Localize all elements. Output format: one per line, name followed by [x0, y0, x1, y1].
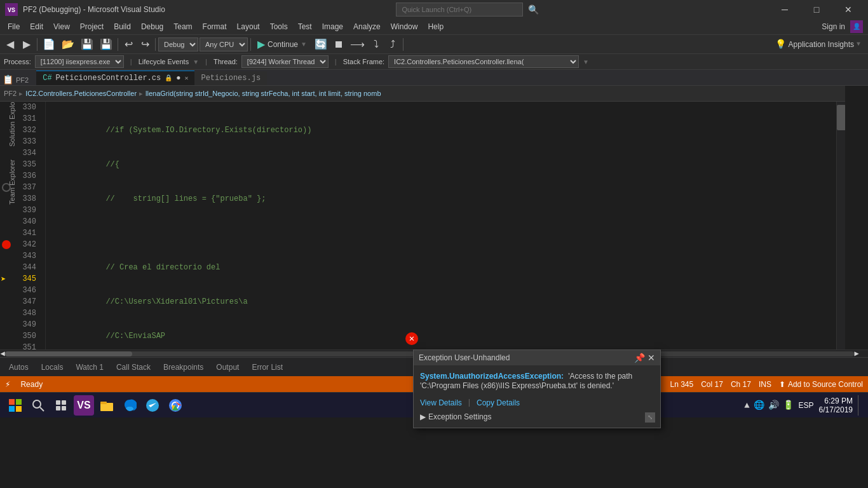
- new-project-button[interactable]: 📄: [40, 37, 58, 52]
- application-insights-label: Application Insights: [789, 40, 854, 49]
- open-button[interactable]: 📂: [59, 37, 77, 52]
- menu-test[interactable]: Test: [293, 21, 317, 32]
- code-content[interactable]: //if (System.IO.Directory.Exists(directo…: [46, 102, 836, 349]
- exception-popup: Exception User-Unhandled 📌 ✕ System.Unau…: [413, 349, 661, 428]
- code-line-333: [51, 227, 836, 239]
- telegram-icon[interactable]: [142, 395, 163, 416]
- menu-image[interactable]: Image: [317, 21, 348, 32]
- app-title: PF2 (Debugging) - Microsoft Visual Studi…: [23, 5, 165, 14]
- language-indicator: ESP: [799, 401, 814, 410]
- nav-arrow1: ▸: [19, 90, 23, 98]
- maximize-button[interactable]: □: [802, 0, 831, 19]
- tab-output[interactable]: Output: [210, 360, 245, 374]
- process-dropdown[interactable]: [11200] iisexpress.exe: [35, 55, 124, 68]
- svg-text:VS: VS: [8, 7, 15, 14]
- scroll-left-btn[interactable]: ◀: [0, 351, 5, 356]
- tray-icon-1[interactable]: ▲: [744, 400, 749, 410]
- task-view-button[interactable]: [51, 395, 71, 416]
- exception-settings[interactable]: ▶ Exception Settings: [420, 412, 654, 421]
- minimize-button[interactable]: ─: [770, 0, 799, 19]
- platform-dropdown[interactable]: Any CPU: [200, 37, 248, 51]
- menu-edit[interactable]: Edit: [25, 21, 48, 32]
- file-explorer-icon[interactable]: [97, 395, 117, 416]
- volume-icon[interactable]: 🔊: [768, 400, 779, 410]
- tab-errorlist[interactable]: Error List: [245, 360, 289, 374]
- vertical-scrollbar[interactable]: [836, 102, 845, 349]
- edge-icon[interactable]: [119, 395, 140, 416]
- svg-rect-11: [62, 406, 66, 410]
- code-nav: PF2 ▸ IC2.Controllers.PeticionesControll…: [0, 86, 845, 102]
- undo-button[interactable]: ↩: [121, 37, 136, 52]
- menu-file[interactable]: File: [3, 21, 25, 32]
- menu-team[interactable]: Team: [168, 21, 197, 32]
- resize-handle[interactable]: ⤡: [645, 412, 655, 423]
- debug-mode-dropdown[interactable]: Debug: [158, 37, 198, 51]
- account-icon[interactable]: 👤: [850, 20, 863, 33]
- gutter-line-346: [0, 285, 14, 296]
- thread-dropdown[interactable]: [9244] Worker Thread: [241, 55, 329, 68]
- forward-button[interactable]: ▶: [19, 37, 34, 52]
- process-bar: Process: [11200] iisexpress.exe | Lifecy…: [0, 54, 868, 70]
- close-button[interactable]: ✕: [834, 0, 863, 19]
- tab-peticiones-controller[interactable]: C# PeticionesController.cs 🔒 ● ✕: [36, 71, 194, 85]
- save-all-button[interactable]: 💾: [97, 37, 115, 52]
- tab-watch1[interactable]: Watch 1: [69, 360, 110, 374]
- exception-links: View Details | Copy Details: [420, 398, 654, 407]
- step-out-button[interactable]: ⤴: [385, 37, 400, 52]
- team-explorer-tab[interactable]: Team Explorer: [7, 154, 17, 210]
- menu-view[interactable]: View: [48, 21, 75, 32]
- menu-help[interactable]: Help: [423, 21, 449, 32]
- menu-debug[interactable]: Debug: [136, 21, 168, 32]
- chrome-icon[interactable]: [165, 395, 186, 416]
- redo-button[interactable]: ↪: [137, 37, 153, 52]
- tab-callstack[interactable]: Call Stack: [110, 360, 157, 374]
- nav-arrow2: ▸: [139, 90, 143, 98]
- start-button[interactable]: [5, 395, 25, 416]
- pin-exception-button[interactable]: 📌: [634, 353, 645, 363]
- search-icon[interactable]: 🔍: [528, 4, 539, 15]
- gutter-line-341: [0, 227, 14, 239]
- sign-in-link[interactable]: Sign in: [817, 22, 850, 31]
- stack-frame-dropdown[interactable]: IC2.Controllers.PeticionesController.lle…: [388, 55, 579, 68]
- network-icon[interactable]: 🌐: [754, 400, 764, 410]
- scroll-right-btn[interactable]: ▶: [854, 351, 859, 356]
- menu-window[interactable]: Window: [386, 21, 423, 32]
- step-over-button[interactable]: ⟶: [348, 37, 367, 52]
- taskbar-search-button[interactable]: [28, 395, 48, 416]
- save-button[interactable]: 💾: [78, 37, 96, 52]
- git-icon[interactable]: ⚡: [5, 379, 10, 390]
- quick-launch-input[interactable]: [396, 3, 523, 17]
- restart-button[interactable]: 🔄: [312, 37, 330, 52]
- close-exception-button[interactable]: ✕: [648, 353, 655, 363]
- tab-close-controller[interactable]: ✕: [184, 74, 188, 82]
- battery-icon[interactable]: 🔋: [783, 400, 794, 410]
- tab-peticiones-js[interactable]: Peticiones.js: [194, 71, 267, 85]
- menu-layout[interactable]: Layout: [232, 21, 265, 32]
- menu-analyze[interactable]: Analyze: [348, 21, 386, 32]
- status-ins: INS: [759, 380, 771, 389]
- menu-format[interactable]: Format: [198, 21, 232, 32]
- back-button[interactable]: ◀: [3, 37, 18, 52]
- copy-details-link[interactable]: Copy Details: [477, 398, 520, 407]
- show-desktop-button[interactable]: [858, 395, 863, 416]
- step-into-button[interactable]: ⤵: [369, 37, 384, 52]
- menu-build[interactable]: Build: [109, 21, 136, 32]
- continue-button[interactable]: ▶ Continue ▼: [254, 37, 311, 51]
- stop-button[interactable]: ⏹: [331, 37, 346, 52]
- view-details-link[interactable]: View Details: [420, 398, 462, 407]
- svg-rect-3: [16, 399, 22, 405]
- menu-bar: File Edit View Project Build Debug Team …: [0, 19, 868, 35]
- gutter-line-347: [0, 296, 14, 308]
- tab-autos[interactable]: Autos: [3, 360, 35, 374]
- tab-breakpoints[interactable]: Breakpoints: [157, 360, 210, 374]
- tab-locals[interactable]: Locals: [35, 360, 70, 374]
- status-source-control[interactable]: ⬆ Add to Source Control: [779, 380, 863, 389]
- vs-taskbar-icon[interactable]: VS: [74, 395, 94, 416]
- menu-project[interactable]: Project: [75, 21, 109, 32]
- scroll-thumb[interactable]: [837, 105, 845, 130]
- h-scroll-thumb[interactable]: [5, 351, 132, 356]
- ln-346: 346: [18, 285, 41, 296]
- menu-tools[interactable]: Tools: [265, 21, 293, 32]
- ln-331: 331: [18, 113, 41, 125]
- ln-341: 341: [18, 227, 41, 239]
